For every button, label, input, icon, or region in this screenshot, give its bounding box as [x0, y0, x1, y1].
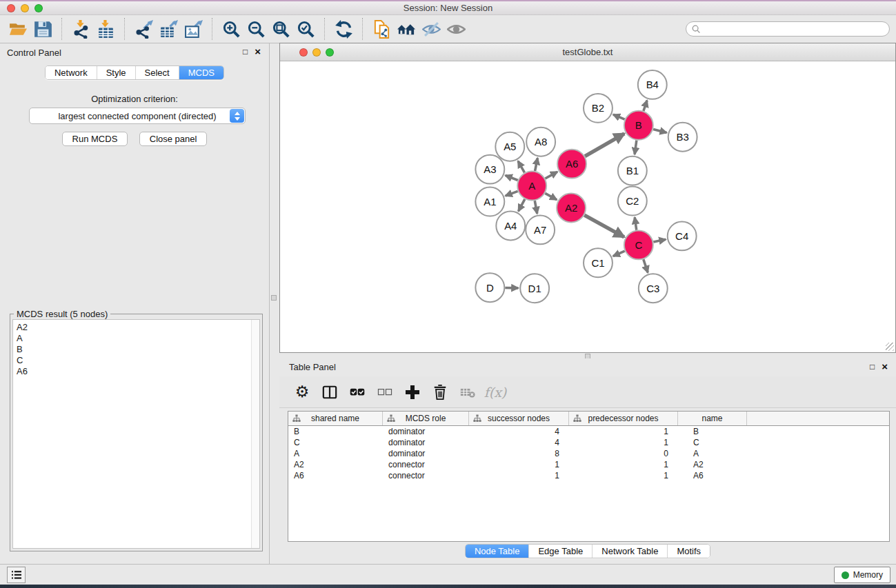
cell-predecessor-nodes[interactable]: 0 — [569, 449, 678, 458]
deselect-all-button[interactable] — [372, 381, 398, 403]
import-network-button[interactable] — [68, 17, 93, 41]
cell-shared-name[interactable]: A6 — [288, 471, 383, 480]
frame-resize-grip[interactable] — [886, 343, 894, 351]
table-row[interactable]: Bdominator41B — [288, 426, 889, 437]
graph-edge-A-A3[interactable] — [506, 175, 518, 180]
window-titlebar[interactable]: Session: New Session — [0, 1, 896, 15]
graph-edge-A-A6[interactable] — [545, 172, 557, 179]
graph-edge-A6-B[interactable] — [585, 134, 624, 156]
graph-node-A8[interactable]: A8 — [526, 128, 555, 156]
graph-edge-A-A7[interactable] — [535, 201, 537, 214]
network-maximize-button[interactable] — [326, 48, 334, 57]
hide-selected-button[interactable] — [419, 17, 444, 41]
cell-predecessor-nodes[interactable]: 1 — [569, 438, 678, 447]
result-scrollbar[interactable] — [251, 320, 259, 548]
column-header-successor-nodes[interactable]: successor nodes — [469, 412, 569, 425]
delete-table-button[interactable] — [455, 381, 481, 403]
add-column-button[interactable] — [399, 381, 426, 403]
cell-successor-nodes[interactable]: 8 — [469, 449, 569, 458]
close-table-panel-icon[interactable]: × — [882, 363, 888, 371]
cell-predecessor-nodes[interactable]: 1 — [569, 471, 678, 480]
cell-successor-nodes[interactable]: 4 — [469, 427, 569, 436]
cell-successor-nodes[interactable]: 1 — [469, 471, 569, 480]
mcds-result-list[interactable]: A2ABCA6 — [12, 319, 260, 549]
zoom-out-button[interactable] — [243, 17, 268, 41]
close-panel-button[interactable]: Close panel — [139, 132, 208, 146]
cell-name[interactable]: C — [678, 438, 747, 447]
new-network-from-selection-button[interactable] — [369, 17, 394, 41]
graph-node-A2[interactable]: A2 — [557, 194, 586, 223]
cell-name[interactable]: A2 — [678, 460, 747, 469]
table-tab-node-table[interactable]: Node Table — [466, 545, 529, 558]
cell-MCDS-role[interactable]: connector — [383, 460, 469, 469]
column-header-name[interactable]: name — [678, 412, 747, 425]
cell-shared-name[interactable]: A — [288, 449, 383, 458]
table-tab-network-table[interactable]: Network Table — [592, 545, 667, 558]
export-image-button[interactable] — [181, 17, 206, 41]
graph-node-B1[interactable]: B1 — [618, 156, 647, 185]
cell-name[interactable]: B — [678, 427, 747, 436]
cell-MCDS-role[interactable]: dominator — [383, 438, 469, 447]
graph-edge-B-B3[interactable] — [653, 129, 666, 132]
refresh-button[interactable] — [331, 17, 356, 41]
table-row[interactable]: A6connector11A6 — [288, 470, 889, 481]
cell-MCDS-role[interactable]: connector — [383, 471, 469, 480]
cell-predecessor-nodes[interactable]: 1 — [569, 460, 678, 469]
memory-button[interactable]: Memory — [834, 567, 890, 583]
result-item[interactable]: A2 — [17, 322, 256, 333]
cell-MCDS-role[interactable]: dominator — [383, 449, 469, 458]
cell-predecessor-nodes[interactable]: 1 — [569, 427, 678, 436]
graph-edge-C-C1[interactable] — [613, 251, 625, 256]
cell-shared-name[interactable]: A2 — [288, 460, 383, 469]
column-header-shared-name[interactable]: shared name — [288, 412, 383, 425]
table-row[interactable]: Cdominator41C — [288, 437, 889, 448]
network-minimize-button[interactable] — [312, 48, 321, 57]
graph-edge-C-C2[interactable] — [635, 217, 637, 230]
graph-edge-C-C3[interactable] — [644, 259, 648, 272]
graph-edge-A-A4[interactable] — [519, 199, 525, 211]
cell-successor-nodes[interactable]: 1 — [469, 460, 569, 469]
cell-shared-name[interactable]: C — [288, 438, 383, 447]
graph-edge-A-A2[interactable] — [545, 193, 557, 199]
function-builder-button[interactable]: f(x) — [482, 381, 508, 403]
graph-node-A5[interactable]: A5 — [495, 132, 524, 161]
close-window-button[interactable] — [7, 4, 15, 12]
graph-node-B[interactable]: B — [624, 111, 653, 140]
graph-edge-A-A5[interactable] — [518, 161, 524, 173]
delete-column-button[interactable] — [427, 381, 453, 403]
graph-edge-B-B4[interactable] — [644, 101, 647, 111]
graph-edge-A2-C[interactable] — [584, 215, 624, 237]
zoom-in-button[interactable] — [219, 17, 243, 41]
graph-node-C2[interactable]: C2 — [618, 187, 647, 216]
maximize-window-button[interactable] — [34, 4, 43, 12]
table-tab-edge-table[interactable]: Edge Table — [528, 545, 592, 558]
graph-node-D1[interactable]: D1 — [520, 274, 549, 303]
table-row[interactable]: A2connector11A2 — [288, 459, 889, 470]
result-item[interactable]: C — [17, 355, 256, 366]
gear-button[interactable]: ⚙ — [289, 381, 315, 403]
graph-edge-A-A8[interactable] — [535, 158, 538, 171]
show-all-button[interactable] — [444, 17, 468, 41]
search-field[interactable] — [686, 21, 890, 37]
network-canvas[interactable]: AA1A2A3A4A5A6A7A8BB1B2B3B4CC1C2C3C4DD1 — [281, 62, 895, 352]
export-network-button[interactable] — [131, 17, 156, 41]
first-neighbors-button[interactable] — [394, 17, 419, 41]
tab-style[interactable]: Style — [97, 66, 135, 79]
graph-edge-B-B1[interactable] — [635, 141, 637, 154]
graph-node-C[interactable]: C — [624, 230, 653, 259]
search-input[interactable] — [704, 24, 877, 34]
column-header-predecessor-nodes[interactable]: predecessor nodes — [569, 412, 678, 425]
network-close-button[interactable] — [299, 48, 308, 57]
close-panel-icon[interactable]: × — [255, 48, 261, 56]
tab-mcds[interactable]: MCDS — [179, 66, 223, 79]
graph-node-A7[interactable]: A7 — [526, 215, 555, 244]
result-item[interactable]: B — [17, 344, 256, 355]
column-view-button[interactable] — [317, 381, 343, 403]
save-session-button[interactable] — [30, 17, 55, 41]
cell-name[interactable]: A6 — [678, 471, 747, 480]
graph-node-A3[interactable]: A3 — [475, 155, 504, 184]
network-window-titlebar[interactable]: testGlobe.txt — [280, 43, 895, 61]
tab-network[interactable]: Network — [46, 66, 97, 79]
table-tab-motifs[interactable]: Motifs — [667, 545, 710, 558]
graph-node-B4[interactable]: B4 — [638, 70, 667, 99]
